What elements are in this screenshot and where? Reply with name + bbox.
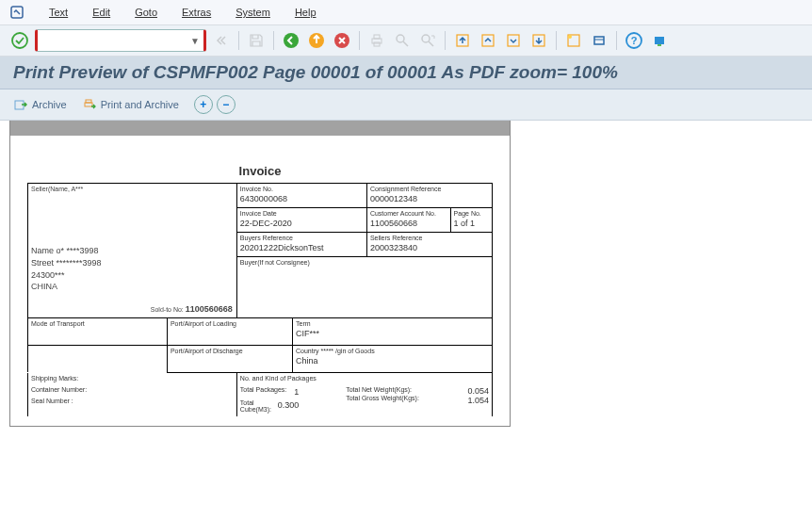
command-input[interactable] [41, 34, 187, 47]
cust-acc-cell: Customer Account No. 1100560668 [366, 208, 450, 233]
enter-icon[interactable] [9, 30, 30, 51]
packages-cell: No. and Kind of Packages Total Packages:… [236, 373, 492, 417]
seller-zip: 24300*** [31, 269, 234, 282]
separator [445, 31, 446, 50]
menu-goto[interactable]: Goto [135, 7, 157, 18]
invoice-totals-table: Shipping Marks: Container Number: Seal N… [27, 373, 493, 417]
menu-system[interactable]: System [235, 7, 270, 18]
svg-rect-20 [658, 44, 661, 46]
page-no-cell: Page No. 1 of 1 [450, 208, 492, 233]
total-gross-weight: 1.054 [467, 396, 489, 405]
help-icon[interactable]: ? [624, 30, 644, 51]
svg-point-8 [397, 35, 404, 42]
invoice-heading: Invoice [27, 164, 493, 178]
zoom-out-icon[interactable]: − [217, 95, 235, 114]
separator [238, 31, 239, 50]
exit-icon[interactable] [306, 30, 327, 51]
svg-point-1 [12, 33, 27, 48]
seller-name: Name o* ****3998 [31, 245, 234, 257]
print-archive-icon [82, 97, 97, 112]
back-icon[interactable] [281, 30, 301, 51]
print-icon[interactable] [366, 30, 387, 51]
svg-rect-23 [86, 100, 91, 103]
new-session-icon[interactable] [563, 30, 584, 51]
secondary-toolbar: Archive Print and Archive + − [0, 89, 812, 121]
svg-rect-22 [85, 103, 92, 106]
seller-country: CHINA [31, 281, 234, 293]
buyer-ref-cell: Buyers Reference 20201222DicksonTest [236, 233, 366, 257]
preview-area: Invoice Seller(Name, A*** Name o* ****39… [0, 121, 812, 427]
svg-point-2 [284, 33, 299, 48]
total-net-weight: 0.054 [467, 386, 489, 396]
layout-icon[interactable] [589, 30, 609, 51]
next-page-icon[interactable] [503, 30, 524, 51]
menu-edit[interactable]: Edit [92, 7, 110, 18]
menu-help[interactable]: Help [295, 7, 317, 18]
svg-point-15 [568, 35, 572, 39]
archive-icon [13, 97, 28, 112]
svg-rect-19 [655, 37, 664, 44]
menu-extras[interactable]: Extras [182, 7, 211, 18]
cancel-icon[interactable] [332, 30, 352, 51]
svg-text:?: ? [631, 35, 638, 46]
port-discharge-cell: Port/Airport of Discharge [167, 346, 292, 373]
first-page-icon[interactable] [452, 30, 473, 51]
zoom-in-icon[interactable]: + [194, 95, 213, 114]
svg-rect-12 [508, 35, 519, 46]
page-title: Print Preview of CSPMFP002 Page 00001 of… [13, 62, 799, 83]
svg-rect-16 [594, 37, 604, 44]
separator [556, 31, 557, 50]
last-page-icon[interactable] [528, 30, 549, 51]
svg-rect-6 [374, 35, 380, 39]
mode-transport-cell: Mode of Transport [28, 318, 168, 346]
svg-point-9 [422, 35, 430, 42]
separator [616, 31, 617, 50]
command-field[interactable]: ▼ [35, 29, 206, 52]
sold-to: Sold-to No: 1100560668 [151, 303, 233, 316]
page-title-bar: Print Preview of CSPMFP002 Page 00001 of… [0, 57, 812, 89]
gui-options-icon[interactable] [649, 30, 670, 51]
invoice-no-cell: Invoice No. 6430000068 [236, 184, 366, 208]
seller-street: Street ********3998 [31, 257, 234, 269]
shipping-marks-cell: Shipping Marks: Container Number: Seal N… [28, 373, 237, 417]
country-origin-cell: Country ***** /gin of Goods China [293, 346, 493, 373]
term-cell: Term CIF*** [293, 318, 493, 346]
command-dropdown-icon[interactable]: ▼ [190, 36, 200, 46]
print-archive-button[interactable]: Print and Archive [82, 97, 179, 112]
menubar: Text Edit Goto Extras System Help [0, 0, 812, 24]
invoice-date-cell: Invoice Date 22-DEC-2020 [236, 208, 366, 233]
main-toolbar: ▼ [0, 24, 812, 56]
print-archive-label: Print and Archive [101, 99, 179, 110]
doc-header-strip [10, 121, 510, 136]
svg-rect-11 [482, 35, 494, 46]
transport-empty-cell [28, 346, 168, 373]
find-icon[interactable] [392, 30, 413, 51]
separator [359, 31, 360, 50]
prev-page-icon[interactable] [478, 30, 498, 51]
buyer-cell: Buyer(If not Consignee) [236, 257, 492, 318]
back-double-icon[interactable] [211, 30, 232, 51]
separator [273, 31, 274, 50]
find-next-icon[interactable] [417, 30, 438, 51]
consign-ref-cell: Consignment Reference 0000012348 [366, 184, 492, 208]
archive-button[interactable]: Archive [13, 97, 67, 112]
archive-label: Archive [32, 99, 67, 110]
seller-label: Seller(Name, A*** [31, 186, 234, 193]
invoice-transport-table: Mode of Transport Port/Airport of Loadin… [27, 318, 493, 373]
invoice-document: Invoice Seller(Name, A*** Name o* ****39… [10, 164, 510, 426]
invoice-header-table: Seller(Name, A*** Name o* ****3998 Stree… [27, 183, 493, 318]
app-logo-icon [9, 5, 24, 20]
seller-ref-cell: Sellers Reference 2000323840 [366, 233, 492, 257]
totals-block: Total Packages:1 Total Cube(M3):0.300 To… [240, 382, 489, 415]
document-preview: Invoice Seller(Name, A*** Name o* ****39… [9, 121, 511, 427]
menu-text[interactable]: Text [49, 7, 68, 18]
save-icon[interactable] [246, 30, 267, 51]
port-loading-cell: Port/Airport of Loading [167, 318, 292, 346]
seller-cell: Seller(Name, A*** Name o* ****3998 Stree… [28, 184, 237, 318]
